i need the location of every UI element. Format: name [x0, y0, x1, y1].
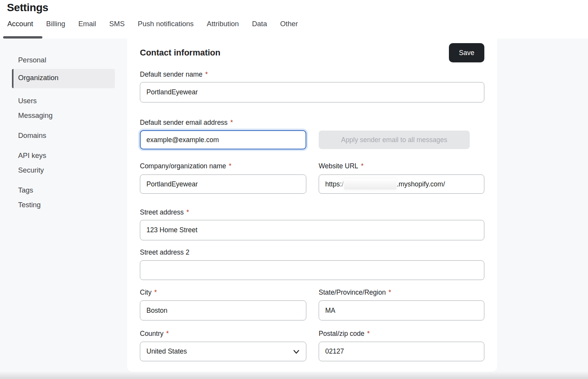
required-asterisk: *: [229, 162, 232, 170]
company-label: Company/organization name*: [140, 162, 306, 170]
card-title: Contact information: [140, 48, 220, 58]
sender-email-input[interactable]: [140, 130, 306, 149]
apply-sender-email-button[interactable]: Apply sender email to all messages: [319, 131, 470, 149]
website-url-redacted-blur: [344, 179, 396, 190]
active-tab-indicator: [3, 36, 42, 39]
city-label: City*: [140, 288, 306, 297]
page-title: Settings: [7, 2, 48, 14]
sender-name-label-text: Default sender name: [140, 70, 202, 78]
sidebar-item-api-keys[interactable]: API keys: [0, 148, 127, 163]
country-select-text: United States: [146, 347, 187, 356]
website-url-label-text: Website URL: [319, 162, 358, 170]
required-asterisk: *: [388, 288, 391, 296]
country-label: Country*: [140, 330, 306, 338]
sidebar-group-users: Users Messaging: [0, 94, 127, 123]
tab-data[interactable]: Data: [252, 20, 267, 34]
sender-email-label: Default sender email address*: [140, 119, 484, 127]
tab-account[interactable]: Account: [7, 20, 33, 34]
sender-email-label-text: Default sender email address: [140, 119, 228, 126]
required-asterisk: *: [361, 162, 364, 170]
required-asterisk: *: [186, 208, 189, 216]
country-select[interactable]: United States: [140, 342, 306, 361]
sidebar-group-misc: Tags Testing: [0, 183, 127, 212]
street-address-label: Street address*: [140, 208, 484, 216]
save-button[interactable]: Save: [449, 43, 484, 62]
settings-content: Personal Organization Users Messaging Do…: [0, 39, 588, 379]
sender-name-input[interactable]: [140, 82, 484, 102]
street-address2-label: Street address 2: [140, 248, 484, 257]
settings-tab-bar: Account Billing Email SMS Push notificat…: [7, 20, 298, 34]
street-address-input[interactable]: [140, 220, 484, 240]
website-url-input[interactable]: https:/ .myshopify.com/: [319, 174, 484, 194]
sender-email-row: Apply sender email to all messages: [140, 130, 484, 149]
company-website-inputs-row: https:/ .myshopify.com/: [140, 174, 484, 194]
state-label-text: State/Province/Region: [319, 288, 386, 296]
sidebar-item-domains[interactable]: Domains: [0, 128, 127, 143]
sidebar-item-tags[interactable]: Tags: [0, 183, 127, 198]
postal-label-text: Postal/zip code: [319, 330, 365, 337]
sidebar-item-organization[interactable]: Organization: [12, 69, 115, 88]
country-select-value: United States: [140, 342, 306, 361]
sidebar-item-personal[interactable]: Personal: [0, 53, 127, 67]
tab-other[interactable]: Other: [280, 20, 298, 34]
website-url-label: Website URL*: [319, 162, 484, 170]
city-label-text: City: [140, 288, 151, 296]
required-asterisk: *: [367, 330, 370, 337]
tab-attribution[interactable]: Attribution: [207, 20, 239, 34]
sidebar-group-profile: Personal Organization: [0, 53, 127, 88]
website-url-suffix: .myshopify.com/: [397, 180, 445, 188]
page-bottom-shadow: [0, 371, 588, 379]
required-asterisk: *: [166, 330, 169, 337]
tab-push-notifications[interactable]: Push notifications: [138, 20, 194, 34]
state-input[interactable]: [319, 300, 484, 320]
required-asterisk: *: [230, 119, 233, 126]
city-state-inputs-row: [140, 300, 484, 320]
street-address-label-text: Street address: [140, 208, 184, 216]
sidebar-item-testing[interactable]: Testing: [0, 198, 127, 212]
company-input[interactable]: [140, 174, 306, 194]
country-label-text: Country: [140, 330, 163, 337]
tab-email[interactable]: Email: [78, 20, 96, 34]
sidebar-item-users[interactable]: Users: [0, 94, 127, 108]
contact-information-card: Contact information Save Default sender …: [127, 39, 497, 372]
account-settings-sidebar: Personal Organization Users Messaging Do…: [0, 39, 127, 379]
tab-billing[interactable]: Billing: [46, 20, 65, 34]
country-postal-labels-row: Country* Postal/zip code*: [140, 330, 484, 338]
company-label-text: Company/organization name: [140, 162, 226, 170]
website-url-prefix: https:/: [325, 180, 344, 188]
sidebar-item-security[interactable]: Security: [0, 163, 127, 178]
postal-input[interactable]: [319, 342, 484, 361]
required-asterisk: *: [154, 288, 157, 296]
settings-header: Settings Account Billing Email SMS Push …: [0, 0, 588, 39]
sidebar-item-messaging[interactable]: Messaging: [0, 108, 127, 123]
postal-label: Postal/zip code*: [319, 330, 484, 338]
sidebar-group-security: API keys Security: [0, 148, 127, 178]
state-label: State/Province/Region*: [319, 288, 484, 297]
required-asterisk: *: [205, 70, 208, 78]
company-website-labels-row: Company/organization name* Website URL*: [140, 162, 484, 170]
tab-sms[interactable]: SMS: [109, 20, 124, 34]
sender-name-label: Default sender name*: [140, 70, 484, 79]
street-address2-input[interactable]: [140, 260, 484, 280]
card-header: Contact information Save: [140, 43, 484, 62]
sidebar-group-domains: Domains: [0, 128, 127, 143]
city-state-labels-row: City* State/Province/Region*: [140, 288, 484, 297]
city-input[interactable]: [140, 300, 306, 320]
country-postal-inputs-row: United States: [140, 342, 484, 361]
